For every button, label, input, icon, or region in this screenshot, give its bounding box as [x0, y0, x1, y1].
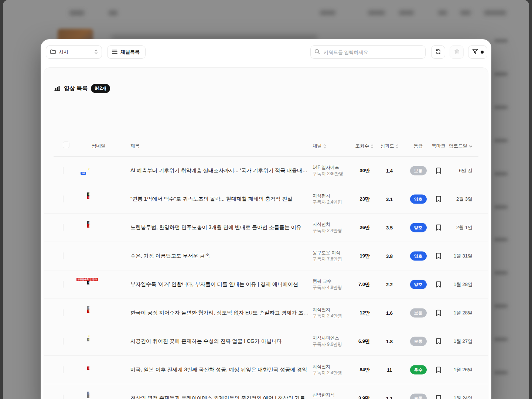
grade-badge: 양호 — [410, 195, 427, 204]
row-checkbox[interactable] — [63, 338, 64, 345]
bg-row-fragment — [494, 371, 508, 374]
bg-row-fragment — [494, 238, 508, 241]
bg-row-fragment — [494, 271, 508, 274]
table-row: 한국 뒤통수 제대로 친 헝가리의 처참한 몰락 한국이 공장 지어주자 돌변한… — [44, 299, 488, 327]
performance-value: 1.6 — [378, 310, 400, 316]
folder-icon — [50, 49, 56, 56]
list-icon — [112, 50, 117, 55]
grade-badge: 양호 — [410, 223, 427, 232]
upload-date: 2월 1일 — [432, 224, 473, 231]
row-checkbox[interactable] — [63, 309, 64, 316]
search-input[interactable] — [323, 49, 422, 55]
bg-nav-item — [109, 10, 117, 16]
grade-badge: 양호 — [410, 252, 427, 261]
video-title[interactable]: 한국이 공장 지어주자 돌변한 헝가리, 상도덕 없자 EU도 손절하고 경제가… — [130, 310, 311, 316]
trash-icon — [454, 49, 460, 56]
column-performance-sort[interactable]: 성과도 — [378, 143, 400, 149]
category-select-value: 시사 — [59, 49, 68, 55]
bg-nav-item — [320, 10, 335, 15]
filter-icon — [472, 49, 478, 55]
bg-nav-item — [399, 10, 414, 15]
sort-updown-icon — [396, 144, 399, 149]
upload-date: 1월 28일 — [432, 281, 473, 288]
bg-nav-item — [69, 10, 84, 16]
table-row: 수은의 재앙 수은, 가장 아름답고도 무서운 금속 몽구로운 지식 구독자 7… — [44, 242, 488, 270]
table-body: "재난상황이 현실이 됐다" 기후위기 생존 전략 14F AI 예측부터 기후… — [44, 157, 488, 399]
bg-row-fragment — [494, 72, 508, 76]
video-title[interactable]: 시공간이 휘어진 곳에 존재하는 수성의 진짜 얼굴 I CG가 아닙니다 — [130, 338, 311, 345]
grade-badge: 보통 — [410, 166, 427, 175]
column-title: 제목 — [130, 143, 140, 149]
column-grade: 등급 — [408, 143, 429, 149]
bg-row-fragment — [494, 106, 508, 109]
performance-value: 1.1 — [378, 396, 400, 399]
table-row: 천상의 존재와 외계인의 예언 지구 대홀소동 준비하라 천상의 영적 존재들과… — [44, 384, 488, 399]
upload-date: 1월 28일 — [432, 310, 473, 316]
refresh-icon — [435, 49, 441, 56]
bg-row-fragment — [494, 304, 508, 308]
upload-date: 1월 24일 — [432, 395, 473, 399]
row-checkbox[interactable] — [63, 224, 64, 231]
grade-badge: 우수 — [410, 365, 427, 375]
views-value: 7.0만 — [343, 281, 370, 288]
video-list-modal: 시사 채널목록 — [41, 39, 491, 399]
page-title: 영상 목록 — [64, 85, 88, 92]
video-title[interactable]: 부자일수록 '이거' 안합니다, 부자들이 티를 안내는 이유 | 경제 애니메… — [130, 281, 311, 288]
bg-row-fragment — [494, 205, 508, 209]
row-checkbox[interactable] — [63, 252, 64, 259]
category-select[interactable]: 시사 — [46, 45, 102, 59]
row-checkbox[interactable] — [63, 281, 64, 288]
video-title[interactable]: AI 예측부터 기후위기 취약계층 실태조사까지... ‘국가 기후위기 적극 … — [130, 167, 311, 174]
views-value: 23만 — [343, 196, 370, 202]
sort-updown-icon — [323, 144, 326, 149]
filter-button[interactable] — [468, 45, 487, 59]
bg-nav-item — [484, 10, 506, 15]
bg-row-fragment — [494, 139, 508, 142]
performance-value: 2.2 — [378, 282, 400, 287]
delete-button[interactable] — [450, 45, 464, 59]
table-header: 썸네일 제목 채널 조회수 성과도 등급 북마 — [44, 140, 488, 151]
card-header: 영상 목록 842개 — [54, 84, 110, 93]
performance-value: 3.5 — [378, 225, 400, 231]
bg-nav-item — [460, 10, 471, 15]
video-title[interactable]: 미국, 일본 이후 전세계 3번째 국산화 성공, 예상 뒤엎은 대한민국 성공… — [130, 366, 311, 373]
bg-row-fragment — [494, 172, 508, 175]
row-checkbox[interactable] — [63, 395, 64, 399]
row-checkbox[interactable] — [63, 167, 64, 174]
performance-value: 1.4 — [378, 168, 400, 174]
column-uploaddate-sort[interactable]: 업로드일 — [443, 143, 473, 149]
bar-chart-icon — [54, 85, 61, 93]
channel-list-button-label: 채널목록 — [120, 49, 140, 55]
column-thumbnail: 썸네일 — [92, 143, 106, 149]
column-channel-sort[interactable]: 채널 — [313, 143, 326, 149]
refresh-button[interactable] — [431, 45, 445, 59]
grade-badge: 보통 — [410, 308, 427, 318]
chevron-updown-icon — [94, 49, 98, 56]
video-title[interactable]: "연봉 1억에서 백수"로 귀족노조의 몰락... 현대제철 폐쇄의 충격적 진… — [130, 196, 311, 202]
column-views-sort[interactable]: 조회수 — [347, 143, 374, 149]
performance-value: 3.8 — [378, 253, 400, 259]
bg-nav-item — [368, 10, 385, 15]
video-title[interactable]: 천상의 영적 존재들과 플레이아데스 외계인들의 충격적인 예언 | 천상의 가… — [130, 395, 311, 399]
video-title[interactable]: 노란봉투법, 환영하던 민주노총이 3개월 만에 반대로 돌아선 소름돋는 이유 — [130, 224, 311, 231]
row-checkbox[interactable] — [63, 366, 64, 373]
channel-list-button[interactable]: 채널목록 — [107, 45, 146, 59]
table-row: 부유할수록 안 한다 부자들이 집착하지 않는 것 부자일수록 '이거' 안합니… — [44, 270, 488, 299]
upload-date: 2월 3일 — [432, 196, 473, 202]
grade-badge: 양호 — [410, 280, 427, 289]
video-list-card: 영상 목록 842개 썸네일 제목 채널 조회수 성과도 — [44, 67, 488, 399]
filter-active-dot — [481, 51, 484, 54]
performance-value: 1.8 — [378, 339, 400, 344]
views-value: 30만 — [343, 167, 370, 174]
views-value: 3.9만 — [343, 395, 370, 399]
views-value: 84만 — [343, 366, 370, 373]
video-title[interactable]: 수은, 가장 아름답고도 무서운 금속 — [130, 253, 311, 259]
count-badge: 842개 — [91, 84, 110, 93]
bg-row-fragment — [494, 39, 508, 42]
performance-value: 3.1 — [378, 197, 400, 202]
upload-date: 6일 전 — [432, 167, 473, 174]
table-row: "재난상황이 현실이 됐다" 기후위기 생존 전략 14F AI 예측부터 기후… — [44, 157, 488, 185]
row-checkbox[interactable] — [63, 195, 64, 202]
select-all-checkbox[interactable] — [63, 141, 69, 148]
grade-badge: 보통 — [410, 394, 427, 399]
